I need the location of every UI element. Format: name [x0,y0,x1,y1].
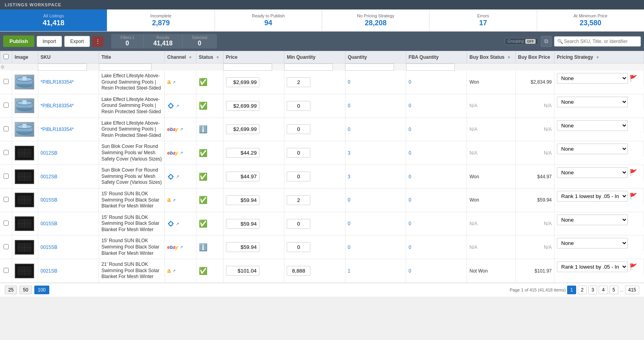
stat-ready[interactable]: Ready to Publish 94 [215,9,322,31]
page-size-25[interactable]: 25 [5,286,17,294]
strategy-select[interactable]: Rank 1 lowest by .05 - Include... None R… [557,262,628,272]
strategy-select[interactable]: None None Rank 1 lowest by .05 - Include… [557,97,628,107]
import-button[interactable]: Import [37,36,62,47]
sku-link[interactable]: 0015SB [41,245,58,250]
price-input[interactable] [226,101,259,111]
strategy-select[interactable]: None None Rank 1 lowest by .05 - Include… [557,120,628,131]
external-link-icon[interactable]: ↗ [180,245,183,249]
status-active-icon: ✅ [199,78,207,86]
select-all-checkbox[interactable] [4,54,9,59]
row-image-cell [12,165,38,189]
cover-svg [15,264,34,278]
page-btn-last[interactable]: 415 [625,286,639,294]
price-input[interactable] [226,242,259,252]
external-link-icon[interactable]: ↗ [180,127,183,131]
external-link-icon[interactable]: ↗ [176,174,179,179]
row-checkbox[interactable] [4,244,9,249]
stat-nopricing[interactable]: No Pricing Strategy 28,208 [322,9,429,31]
strategy-select[interactable]: None None Rank 1 lowest by .05 - Include… [557,73,628,84]
stat-minprice[interactable]: At Minimum Price 23,580 [537,9,644,31]
page-size-50[interactable]: 50 [19,286,32,294]
strategy-select[interactable]: None None Rank 1 lowest by .05 - Include… [557,167,628,178]
row-checkbox[interactable] [4,220,9,226]
publish-button[interactable]: Publish [3,35,34,47]
status-filter-icon[interactable]: ▼ [216,55,220,60]
min-qty-input[interactable] [287,219,310,229]
grouping-toggle[interactable]: Grouping OFF [505,38,538,45]
row-buyboxprice-cell: $59.94 [515,188,554,212]
min-qty-input[interactable] [287,124,310,134]
strategy-select[interactable]: None None Rank 1 lowest by .05 - Include… [557,144,628,154]
page-btn-1[interactable]: 1 [567,286,576,294]
stat-incomplete[interactable]: Incomplete 2,879 [107,9,215,31]
strategy-filter-icon[interactable]: ▼ [595,55,599,60]
title-filter-input[interactable] [99,64,152,71]
page-size-100[interactable]: 100 [34,286,49,294]
sku-link[interactable]: *PIBLR183354* [41,103,74,108]
stat-errors[interactable]: Errors 17 [429,9,537,31]
sku-link[interactable]: 0015SB [41,197,58,203]
page-btn-3[interactable]: 3 [588,286,597,294]
export-button[interactable]: Export [64,36,90,47]
external-link-icon[interactable]: ↗ [172,80,175,84]
row-checkbox[interactable] [4,174,9,179]
price-filter-input[interactable] [223,64,272,71]
row-buybox-cell: N/A [467,212,515,235]
row-checkbox[interactable] [4,79,9,84]
sku-link[interactable]: *PIBLR183354* [41,79,74,85]
sku-link[interactable]: *PIBLR183354* [41,127,74,132]
min-qty-input[interactable] [287,101,310,111]
table-row: 0015SB15' Round SUN BLOK Swimming Pool B… [0,235,644,259]
strategy-select[interactable]: None None Rank 1 lowest by .05 - Include… [557,215,628,225]
price-input[interactable] [226,172,259,181]
qty-filter-input[interactable] [345,64,394,71]
strategy-select[interactable]: None None Rank 1 lowest by .05 - Include… [557,238,628,248]
min-qty-input[interactable] [287,195,310,205]
min-qty-input[interactable] [287,172,310,181]
row-checkbox[interactable] [4,197,9,202]
filter-gear-icon[interactable]: ⚙ [0,64,5,70]
external-link-icon[interactable]: ↗ [172,269,175,273]
row-checkbox[interactable] [4,150,9,155]
minqty-filter-input[interactable] [284,64,333,71]
price-input[interactable] [226,148,259,158]
external-link-icon[interactable]: ↗ [180,151,183,155]
product-image [15,169,34,184]
page-btn-4[interactable]: 4 [599,286,608,294]
row-checkbox[interactable] [4,268,9,273]
buybox-status-na: N/A [469,103,477,108]
min-qty-input[interactable] [287,266,310,276]
price-input[interactable] [226,124,259,134]
page-btn-5[interactable]: 5 [609,286,618,294]
sku-link[interactable]: 0015SB [41,221,58,226]
min-qty-input[interactable] [287,148,310,158]
stat-all-listings[interactable]: All Listings 41,418 [0,9,107,31]
fba-filter-input[interactable] [406,64,455,71]
row-image-cell [12,118,38,141]
price-input[interactable] [226,219,259,229]
min-qty-input[interactable] [287,242,310,252]
sku-link[interactable]: 0021SB [41,268,58,274]
price-input[interactable] [226,77,259,87]
channel-filter-icon[interactable]: ▼ [189,55,192,60]
external-link-icon[interactable]: ↗ [172,198,175,202]
row-checkbox[interactable] [4,103,9,108]
page-btn-2[interactable]: 2 [578,286,587,294]
sku-filter-input[interactable] [38,64,87,71]
quantity-value: 0 [348,79,351,85]
more-button[interactable]: ⋮ [92,36,103,47]
row-checkbox[interactable] [4,126,9,131]
row-minqty-cell [284,259,345,283]
external-link-icon[interactable]: ↗ [176,104,179,108]
row-image-cell [12,259,38,283]
sku-link[interactable]: 0012SB [41,174,58,179]
copy-button[interactable]: ⧉ [541,36,552,47]
external-link-icon[interactable]: ↗ [176,222,179,226]
search-input[interactable] [554,36,641,47]
buybox-filter-icon[interactable]: ▼ [507,55,511,60]
price-input[interactable] [226,195,259,205]
sku-link[interactable]: 0012SB [41,150,58,156]
price-input[interactable] [226,266,259,276]
min-qty-input[interactable] [287,77,310,87]
strategy-select[interactable]: Rank 1 lowest by .05 - Include... None R… [557,191,628,202]
